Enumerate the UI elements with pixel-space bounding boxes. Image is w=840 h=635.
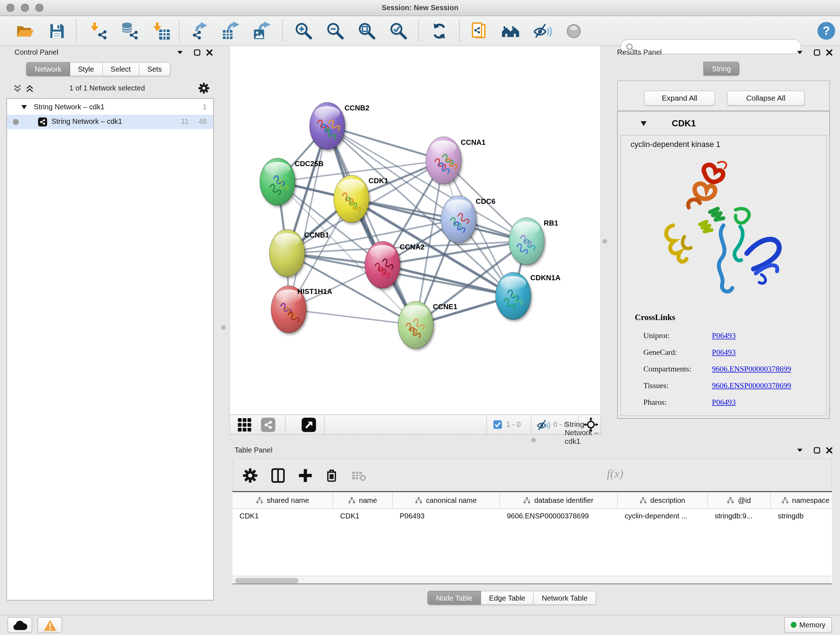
- share-document-icon[interactable]: [470, 21, 489, 41]
- export-table-icon[interactable]: [221, 21, 240, 41]
- help-icon[interactable]: ?: [816, 21, 836, 41]
- open-session-icon[interactable]: [15, 21, 34, 41]
- function-builder-icon[interactable]: f(x): [607, 467, 623, 481]
- cloud-button[interactable]: [8, 617, 32, 632]
- attribute-icon: [415, 497, 422, 504]
- string-view-icon[interactable]: [261, 418, 275, 432]
- crosslink-value-link[interactable]: 9606.ENSP00000378699: [712, 381, 791, 390]
- memory-label: Memory: [799, 621, 826, 629]
- zoom-out-icon[interactable]: [325, 21, 345, 41]
- edge-CCNB2-CCNE1[interactable]: [327, 126, 416, 325]
- column-header-description[interactable]: description: [617, 492, 707, 508]
- table-panel-float-icon[interactable]: [813, 447, 821, 454]
- edge-CCNE1-HIST1H1A[interactable]: [289, 309, 416, 325]
- edge-CCNB2-HIST1H1A[interactable]: [289, 126, 327, 309]
- refresh-icon[interactable]: [430, 21, 449, 41]
- results-panel-menu-icon[interactable]: [796, 49, 804, 57]
- column-header-canonicalname[interactable]: canonical name: [393, 492, 500, 508]
- table-panel-menu-icon[interactable]: [796, 447, 804, 454]
- zoom-selected-icon[interactable]: [389, 21, 408, 41]
- crosslink-value-link[interactable]: 9606.ENSP00000378699: [712, 364, 791, 374]
- import-network-file-icon[interactable]: [89, 21, 108, 41]
- node-CCNE1[interactable]: CCNE1: [398, 301, 457, 348]
- selected-node-edge-counts: 1 - 0: [506, 420, 521, 428]
- birdseye-grid-icon[interactable]: [237, 418, 252, 432]
- results-panel-float-icon[interactable]: [813, 49, 821, 57]
- expand-all-button[interactable]: Expand All: [644, 90, 715, 105]
- save-session-icon[interactable]: [47, 21, 66, 41]
- tab-network[interactable]: Network: [27, 62, 70, 76]
- first-neighbors-icon[interactable]: [501, 21, 520, 41]
- column-header-id[interactable]: @id: [707, 492, 771, 508]
- node-CDC6[interactable]: CDC6: [441, 196, 496, 243]
- node-HIST1H1A[interactable]: HIST1H1A: [271, 286, 332, 333]
- edge-count: 48: [199, 117, 207, 125]
- window-zoom-button[interactable]: [35, 4, 43, 11]
- export-image-icon[interactable]: [252, 21, 271, 41]
- network-row-selected[interactable]: String Network – cdk1 11 48: [7, 115, 213, 129]
- zoom-fit-icon[interactable]: [357, 21, 377, 41]
- delete-column-icon[interactable]: [324, 468, 339, 483]
- tab-node-table[interactable]: Node Table: [428, 591, 481, 605]
- bottom-divider-handle[interactable]: [531, 438, 536, 442]
- window-close-button[interactable]: [6, 4, 14, 11]
- left-divider-handle[interactable]: [221, 325, 226, 330]
- control-panel-close-icon[interactable]: [206, 49, 213, 57]
- crosslink-value-link[interactable]: P06493: [712, 398, 736, 407]
- tab-select[interactable]: Select: [103, 62, 139, 76]
- node-gloss: [514, 222, 539, 236]
- node-CDKN1A[interactable]: CDKN1A: [496, 272, 561, 319]
- node-label: CCNA2: [400, 243, 425, 251]
- crosslink-value-link[interactable]: P06493: [712, 331, 736, 340]
- protein-structure-image: [652, 158, 786, 306]
- delete-table-icon[interactable]: [351, 468, 366, 483]
- crosslink-value-link[interactable]: P06493: [712, 348, 736, 357]
- network-collection-row[interactable]: String Network – cdk1 1: [7, 100, 213, 115]
- warnings-button[interactable]: [38, 617, 62, 632]
- pan-crosshair-icon[interactable]: [584, 417, 598, 432]
- node-CCNB2[interactable]: CCNB2: [309, 103, 369, 149]
- crosslink-label: Uniprot:: [644, 331, 712, 340]
- show-columns-icon[interactable]: [271, 468, 286, 483]
- tab-network-table[interactable]: Network Table: [534, 591, 596, 605]
- import-table-icon[interactable]: [152, 21, 171, 41]
- memory-button[interactable]: Memory: [784, 617, 832, 632]
- column-header-name[interactable]: name: [333, 492, 393, 508]
- zoom-in-icon[interactable]: [294, 21, 313, 41]
- table-panel-close-icon[interactable]: [826, 447, 833, 454]
- results-panel-close-icon[interactable]: [826, 49, 833, 57]
- column-header-databaseidentifier[interactable]: database identifier: [500, 492, 618, 508]
- export-network-icon[interactable]: [190, 21, 210, 41]
- add-column-icon[interactable]: [298, 468, 313, 483]
- tab-edge-table[interactable]: Edge Table: [481, 591, 534, 605]
- control-panel-float-icon[interactable]: [194, 49, 201, 57]
- hscroll-thumb[interactable]: [235, 578, 298, 583]
- column-header-namespace[interactable]: namespace: [771, 492, 832, 508]
- window-minimize-button[interactable]: [21, 4, 29, 11]
- tab-string[interactable]: String: [703, 62, 739, 76]
- column-header-sharedname[interactable]: shared name: [233, 492, 333, 508]
- tab-sets[interactable]: Sets: [139, 62, 171, 76]
- table-row[interactable]: CDK1CDK1P064939606.ENSP00000378699cyclin…: [233, 509, 832, 524]
- control-panel-title: Control Panel: [14, 48, 58, 56]
- collapse-all-button[interactable]: Collapse All: [727, 90, 805, 105]
- hide-selected-icon[interactable]: [532, 21, 552, 41]
- right-divider-handle[interactable]: [603, 239, 607, 243]
- node-CCNA1[interactable]: CCNA1: [426, 137, 485, 184]
- control-panel-menu-icon[interactable]: [176, 49, 184, 57]
- table-hscrollbar[interactable]: [233, 576, 831, 584]
- table-gear-icon[interactable]: [243, 468, 257, 483]
- column-header-label: database identifier: [534, 496, 593, 504]
- show-all-icon[interactable]: [564, 21, 583, 41]
- network-options-gear-icon[interactable]: [198, 82, 210, 94]
- import-network-database-icon[interactable]: [120, 21, 139, 41]
- network-canvas[interactable]: CCNB2CCNA1CDC25BCDK1CDC6RB1CCNB1CCNA2CDK…: [229, 46, 601, 414]
- node-RB1[interactable]: RB1: [509, 218, 558, 264]
- tree-expander-icon[interactable]: [21, 105, 27, 110]
- node-CCNA2[interactable]: CCNA2: [365, 241, 424, 288]
- tab-style[interactable]: Style: [70, 62, 103, 76]
- selected-checkbox-icon[interactable]: [493, 420, 502, 429]
- open-in-new-window-icon[interactable]: [302, 418, 316, 432]
- column-header-label: shared name: [267, 496, 309, 504]
- gene-expander-icon[interactable]: [640, 120, 647, 126]
